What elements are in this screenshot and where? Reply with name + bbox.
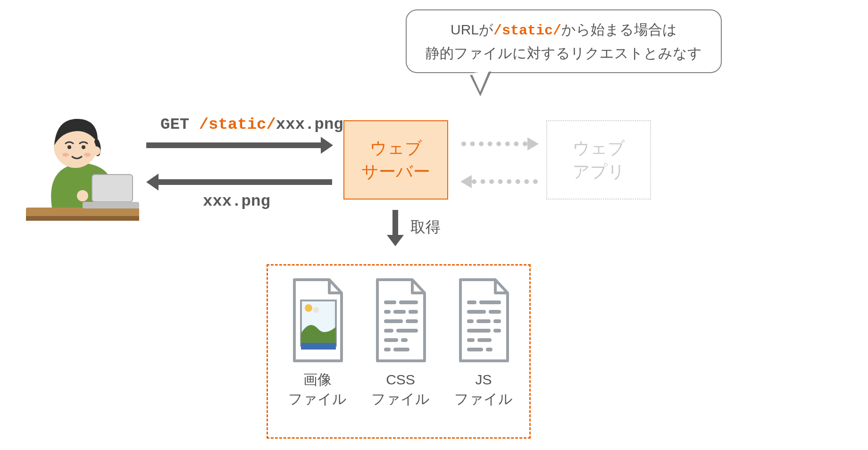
svg-rect-41 xyxy=(477,338,492,342)
request-path-highlight: /static/ xyxy=(199,116,276,133)
svg-rect-21 xyxy=(409,310,418,314)
bubble-highlight: /static/ xyxy=(493,23,561,39)
file-item-js: JS ファイル xyxy=(443,277,524,408)
server-line-1: ウェブ xyxy=(370,138,422,158)
fetch-label: 取得 xyxy=(410,217,441,238)
svg-rect-1 xyxy=(26,216,139,221)
web-server-box: ウェブ サーバー xyxy=(343,120,448,200)
svg-rect-10 xyxy=(83,202,139,208)
forward-arrow-dashed xyxy=(461,142,527,146)
css-file-icon xyxy=(365,277,436,367)
svg-rect-27 xyxy=(401,338,408,342)
svg-rect-20 xyxy=(393,310,406,314)
response-label: xxx.png xyxy=(203,192,270,210)
svg-rect-22 xyxy=(384,319,403,323)
file-css-line-2: ファイル xyxy=(371,391,430,407)
svg-rect-29 xyxy=(393,348,409,351)
svg-point-7 xyxy=(62,153,69,157)
request-method: GET xyxy=(160,116,199,133)
file-item-image: 画像 ファイル xyxy=(277,277,358,408)
svg-rect-40 xyxy=(467,338,475,342)
request-arrow xyxy=(146,142,321,148)
svg-rect-19 xyxy=(384,310,391,314)
svg-rect-39 xyxy=(493,329,501,333)
svg-rect-42 xyxy=(467,348,483,351)
file-js-line-1: JS xyxy=(475,372,492,387)
svg-point-15 xyxy=(313,307,319,313)
svg-rect-17 xyxy=(384,300,396,304)
server-line-2: サーバー xyxy=(361,162,430,181)
svg-rect-43 xyxy=(486,348,492,351)
return-arrow-dashed xyxy=(472,179,538,184)
static-files-area: 画像 ファイル xyxy=(267,264,531,439)
file-css-line-1: CSS xyxy=(386,372,415,387)
svg-rect-25 xyxy=(396,329,418,333)
request-label: GET /static/xxx.png xyxy=(160,116,343,133)
svg-rect-38 xyxy=(467,329,491,333)
svg-rect-36 xyxy=(476,319,491,323)
image-file-icon xyxy=(282,277,353,367)
app-line-2: アプリ xyxy=(573,162,625,181)
diagram-canvas: URLが/static/から始まる場合は 静的ファイルに対するリクエストとみなす xyxy=(0,0,868,450)
bubble-suffix: から始まる場合は xyxy=(561,22,677,37)
svg-rect-18 xyxy=(399,300,418,304)
svg-rect-37 xyxy=(493,319,501,323)
svg-rect-24 xyxy=(384,329,393,333)
svg-rect-32 xyxy=(479,300,501,304)
js-file-icon xyxy=(448,277,519,367)
bubble-line-2: 静的ファイルに対するリクエストとみなす xyxy=(426,42,702,65)
svg-point-2 xyxy=(77,190,88,201)
svg-point-6 xyxy=(82,145,85,149)
svg-rect-31 xyxy=(467,300,476,304)
app-line-1: ウェブ xyxy=(573,138,625,158)
svg-rect-13 xyxy=(301,343,336,350)
file-image-line-2: ファイル xyxy=(288,391,347,407)
svg-point-5 xyxy=(67,145,71,149)
fetch-arrow xyxy=(392,210,398,236)
svg-point-4 xyxy=(91,146,100,156)
bubble-prefix: URLが xyxy=(451,22,493,37)
svg-rect-9 xyxy=(92,175,133,202)
bubble-line-1: URLが/static/から始まる場合は xyxy=(451,18,677,42)
svg-point-8 xyxy=(84,153,91,157)
svg-rect-35 xyxy=(467,319,474,323)
file-image-line-1: 画像 xyxy=(303,372,332,387)
request-path-rest: xxx.png xyxy=(276,116,343,133)
svg-rect-34 xyxy=(489,310,501,314)
file-js-line-2: ファイル xyxy=(454,391,513,407)
svg-rect-28 xyxy=(384,348,391,351)
svg-point-14 xyxy=(305,304,312,312)
svg-rect-26 xyxy=(384,338,398,342)
web-app-box: ウェブ アプリ xyxy=(546,120,651,200)
response-arrow xyxy=(159,179,332,185)
svg-rect-33 xyxy=(467,310,486,314)
svg-rect-23 xyxy=(406,319,418,323)
file-item-css: CSS ファイル xyxy=(360,277,441,408)
speech-bubble: URLが/static/から始まる場合は 静的ファイルに対するリクエストとみなす xyxy=(406,9,722,73)
user-illustration xyxy=(26,108,139,231)
